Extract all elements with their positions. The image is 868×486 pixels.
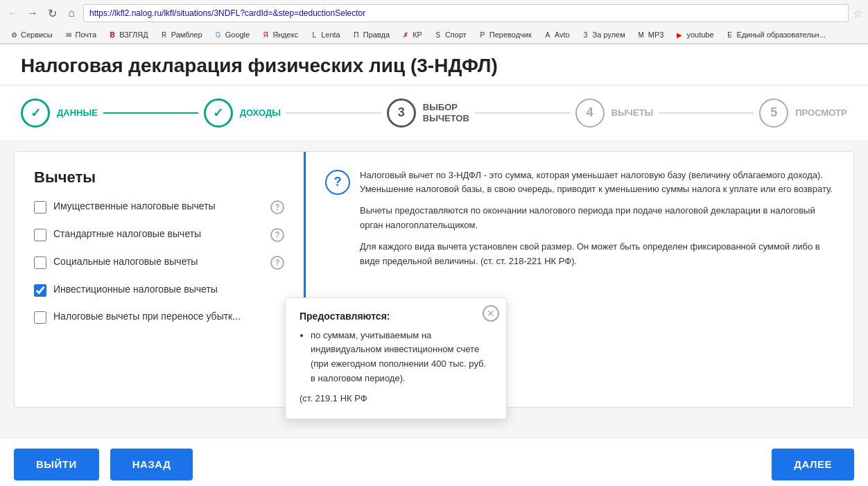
- step-5-label: ПРОСМОТР: [795, 107, 847, 119]
- pochta-icon: ✉: [64, 30, 73, 40]
- bookmark-lenta[interactable]: L Lenta: [306, 28, 344, 41]
- deduction-standard-checkbox[interactable]: [34, 229, 46, 241]
- page-header: Налоговая декларация физических лиц (3-Н…: [0, 44, 868, 86]
- main-area: Вычеты Имущественные налоговые вычеты ? …: [0, 140, 868, 438]
- bookmark-translator[interactable]: P Переводчик: [474, 28, 535, 41]
- tooltip-title: Предоставляются:: [300, 311, 492, 322]
- bookmark-youtube[interactable]: ▶ youtube: [671, 28, 717, 41]
- deductions-title: Вычеты: [34, 168, 284, 186]
- bookmark-avto[interactable]: A Avto: [539, 28, 573, 41]
- connector-1-2: [103, 112, 198, 114]
- deduction-investment-label: Инвестиционные налоговые вычеты: [53, 284, 284, 295]
- step-2: ✓ ДОХОДЫ: [204, 98, 281, 128]
- bottom-bar: ВЫЙТИ НАЗАД ДАЛЕЕ: [0, 438, 868, 486]
- reload-button[interactable]: ↻: [44, 6, 60, 21]
- exit-button[interactable]: ВЫЙТИ: [14, 449, 99, 480]
- deduction-standard-item: Стандартные налоговые вычеты ?: [34, 228, 284, 242]
- bookmark-google[interactable]: G Google: [210, 28, 253, 41]
- next-button[interactable]: ДАЛЕЕ: [772, 449, 854, 480]
- back-nav-button[interactable]: ←: [6, 6, 21, 21]
- forward-nav-button[interactable]: →: [25, 6, 40, 21]
- page-title: Налоговая декларация физических лиц (3-Н…: [21, 54, 847, 78]
- deduction-social-checkbox[interactable]: [34, 257, 46, 269]
- browser-chrome: ← → ↻ ⌂ ☆ ⚙ Сервисы ✉ Почта B ВЗГЛЯД R Р…: [0, 0, 868, 44]
- step-5: 5 ПРОСМОТР: [759, 98, 847, 128]
- bookmark-star-icon[interactable]: ☆: [853, 7, 862, 20]
- deduction-social-item: Социальные налоговые вычеты ?: [34, 256, 284, 270]
- info-question-icon: ?: [325, 170, 350, 195]
- address-bar[interactable]: [83, 4, 849, 22]
- left-panel: Вычеты Имущественные налоговые вычеты ? …: [15, 152, 306, 407]
- bookmark-vzglyad[interactable]: B ВЗГЛЯД: [104, 28, 152, 41]
- zarulem-icon: З: [581, 30, 591, 40]
- connector-2-3: [286, 112, 381, 114]
- tooltip-bullet-1: по суммам, учитываемым на индивидуальном…: [311, 329, 492, 386]
- deduction-losses-label: Налоговые вычеты при переносе убытк...: [53, 311, 284, 322]
- back-button[interactable]: НАЗАД: [110, 449, 193, 480]
- sport-icon: S: [433, 30, 443, 40]
- bookmark-sport[interactable]: S Спорт: [430, 28, 470, 41]
- deduction-investment-checkbox[interactable]: [34, 284, 46, 297]
- step-3: 3 ВЫБОР ВЫЧЕТОВ: [387, 98, 469, 128]
- bookmark-yandex[interactable]: Я Яндекс: [257, 28, 302, 41]
- info-text-2: Вычеты предоставляются по окончании нало…: [360, 204, 834, 233]
- google-icon: G: [214, 30, 223, 40]
- info-text-3: Для каждого вида вычета установлен свой …: [360, 240, 834, 269]
- yandex-icon: Я: [261, 30, 270, 40]
- page-content: Налоговая декларация физических лиц (3-Н…: [0, 44, 868, 486]
- bookmark-servisy[interactable]: ⚙ Сервисы: [6, 28, 56, 41]
- step-1: ✓ ДАННЫЕ: [21, 98, 98, 128]
- tooltip-popup: ✕ Предоставляются: по суммам, учитываемы…: [285, 297, 507, 419]
- tooltip-close-button[interactable]: ✕: [483, 305, 499, 322]
- step-4-label: ВЫЧЕТЫ: [611, 107, 654, 119]
- avto-icon: A: [543, 30, 553, 40]
- step-3-circle: 3: [387, 98, 416, 128]
- lenta-icon: L: [309, 30, 319, 40]
- deduction-property-help-icon[interactable]: ?: [270, 200, 284, 214]
- tooltip-footer: (ст. 219.1 НК РФ: [300, 393, 367, 403]
- deduction-investment-item: Инвестиционные налоговые вычеты: [34, 284, 284, 297]
- translator-icon: P: [478, 30, 487, 40]
- step-4-circle: 4: [575, 98, 605, 128]
- deduction-standard-label: Стандартные налоговые вычеты: [53, 228, 263, 239]
- bookmark-rambler[interactable]: R Рамблер: [156, 28, 206, 41]
- steps-bar: ✓ ДАННЫЕ ✓ ДОХОДЫ 3 ВЫБОР ВЫЧЕТОВ 4 ВЫЧЕ…: [0, 86, 868, 140]
- deduction-social-label: Социальные налоговые вычеты: [53, 256, 263, 267]
- bookmark-educ[interactable]: E Единый образовательн...: [722, 28, 829, 41]
- mp3-icon: M: [636, 30, 646, 40]
- step-5-circle: 5: [759, 98, 788, 128]
- content-card: Вычеты Имущественные налоговые вычеты ? …: [14, 151, 854, 408]
- deduction-losses-item: Налоговые вычеты при переносе убытк...: [34, 311, 284, 324]
- info-box: ? Налоговый вычет по 3-НДФЛ - это сумма,…: [325, 168, 834, 276]
- step-1-label: ДАННЫЕ: [57, 107, 98, 119]
- info-text-1: Налоговый вычет по 3-НДФЛ - это сумма, к…: [360, 168, 834, 198]
- bookmark-pochta[interactable]: ✉ Почта: [60, 28, 101, 41]
- servisy-icon: ⚙: [9, 30, 19, 40]
- deduction-losses-checkbox[interactable]: [34, 311, 46, 324]
- step-2-label: ДОХОДЫ: [240, 107, 281, 119]
- step-2-circle: ✓: [204, 98, 233, 128]
- info-text: Налоговый вычет по 3-НДФЛ - это сумма, к…: [360, 168, 834, 276]
- deduction-property-label: Имущественные налоговые вычеты: [53, 200, 263, 211]
- deduction-property-checkbox[interactable]: [34, 201, 46, 214]
- deduction-standard-help-icon[interactable]: ?: [270, 228, 284, 242]
- step-3-label: ВЫБОР ВЫЧЕТОВ: [423, 102, 469, 123]
- bookmark-mp3[interactable]: M MP3: [633, 28, 668, 41]
- pravda-icon: П: [351, 30, 361, 40]
- tooltip-content: по суммам, учитываемым на индивидуальном…: [300, 329, 492, 406]
- bookmark-zarulem[interactable]: З За рулем: [578, 28, 629, 41]
- connector-3-4: [475, 112, 570, 114]
- kr-icon: ✗: [401, 30, 410, 40]
- step-1-circle: ✓: [21, 98, 50, 128]
- home-button[interactable]: ⌂: [64, 6, 79, 21]
- educ-icon: E: [725, 30, 735, 40]
- connector-4-5: [659, 112, 754, 114]
- bookmark-kr[interactable]: ✗ КР: [397, 28, 426, 41]
- bookmarks-bar: ⚙ Сервисы ✉ Почта B ВЗГЛЯД R Рамблер G G…: [0, 26, 868, 44]
- bookmark-pravda[interactable]: П Правда: [348, 28, 393, 41]
- youtube-icon: ▶: [675, 30, 684, 40]
- deduction-social-help-icon[interactable]: ?: [270, 256, 284, 270]
- deduction-property-item: Имущественные налоговые вычеты ?: [34, 200, 284, 214]
- rambler-icon: R: [159, 30, 169, 40]
- browser-nav: ← → ↻ ⌂ ☆: [0, 0, 868, 26]
